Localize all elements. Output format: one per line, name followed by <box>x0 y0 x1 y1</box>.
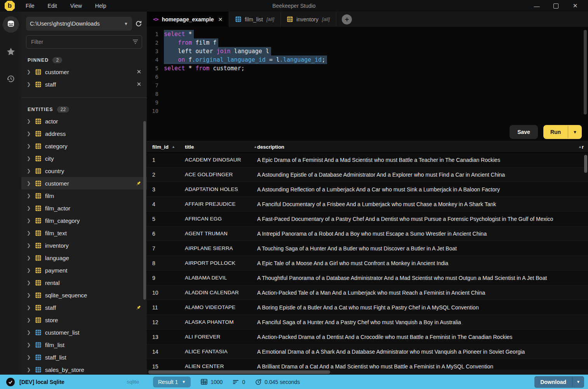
chevron-right-icon[interactable]: ❯ <box>27 205 33 211</box>
chevron-right-icon[interactable]: ❯ <box>27 156 33 161</box>
table-row[interactable]: 6AGENT TRUMANA Intrepid Panorama of a Ro… <box>147 226 588 241</box>
menu-view[interactable]: View <box>70 3 82 9</box>
run-button[interactable]: Run ▼ <box>543 125 582 139</box>
filter-input[interactable] <box>26 35 142 49</box>
chevron-right-icon[interactable]: ❯ <box>27 218 33 223</box>
table-row[interactable]: 9ALABAMA DEVILA Thoughtful Panorama of a… <box>147 271 588 285</box>
sidebar-item-rental[interactable]: ❯rental <box>21 276 147 289</box>
tab-close-icon[interactable]: ✕ <box>218 16 223 23</box>
sidebar-item-payment[interactable]: ❯payment <box>21 264 147 276</box>
editor-scrollbar[interactable] <box>584 30 587 115</box>
result-selector[interactable]: Result 1 ▼ <box>153 377 191 387</box>
minimize-button[interactable]: — <box>533 3 540 9</box>
sidebar-item-category[interactable]: ❯category <box>21 140 147 152</box>
favorites-star-icon[interactable] <box>3 43 19 60</box>
menu-edit[interactable]: Edit <box>48 3 57 9</box>
table-row[interactable]: 3ADAPTATION HOLESA Astounding Reflection… <box>147 182 588 197</box>
sidebar-item-staff[interactable]: ❯staff <box>21 301 147 314</box>
connection-dropdown[interactable]: C:\Users\ghstng\Downloads ▼ <box>26 17 132 31</box>
chevron-right-icon[interactable]: ❯ <box>27 317 33 323</box>
chevron-right-icon[interactable]: ❯ <box>27 193 33 198</box>
sidebar-item-customer_list[interactable]: ❯customer_list <box>21 326 147 339</box>
chevron-right-icon[interactable]: ❯ <box>27 354 33 360</box>
sidebar-item-film_actor[interactable]: ❯film_actor <box>21 202 147 214</box>
chevron-right-icon[interactable]: ❯ <box>27 131 33 136</box>
unpin-close-icon[interactable]: ✕ <box>136 68 141 75</box>
tab-inventory[interactable]: inventory[all] <box>281 12 336 27</box>
sidebar-item-store[interactable]: ❯store <box>21 314 147 326</box>
download-caret-icon[interactable]: ▼ <box>572 377 584 387</box>
sidebar-item-sales_by_store[interactable]: ❯sales_by_store <box>21 363 147 375</box>
chevron-right-icon[interactable]: ❯ <box>27 330 33 335</box>
column-header-title[interactable]: title▲ <box>185 144 257 150</box>
table-row[interactable]: 10ALADDIN CALENDARA Action-Packed Tale o… <box>147 285 588 300</box>
save-button[interactable]: Save <box>510 125 538 139</box>
table-row[interactable]: 12ALASKA PHANTOMA Fanciful Saga of a Hun… <box>147 315 588 330</box>
sidebar-item-staff_list[interactable]: ❯staff_list <box>21 351 147 363</box>
menu-help[interactable]: Help <box>95 3 106 9</box>
sidebar-item-customer[interactable]: ❯customer <box>21 177 147 189</box>
column-header-description[interactable]: description▲ <box>257 144 582 150</box>
menu-file[interactable]: File <box>26 3 35 9</box>
sort-asc-icon[interactable]: ▲ <box>578 145 582 149</box>
chevron-right-icon[interactable]: ❯ <box>27 342 33 347</box>
sidebar-item-customer[interactable]: ❯customer✕ <box>21 66 147 78</box>
pin-icon[interactable] <box>136 181 141 186</box>
sidebar-item-actor[interactable]: ❯actor <box>21 115 147 127</box>
tab-homepage_example[interactable]: <>homepage_example✕ <box>147 12 229 27</box>
chevron-right-icon[interactable]: ❯ <box>27 305 33 310</box>
table-row[interactable]: 14ALICE FANTASIAA Emotional Drama of a A… <box>147 344 588 359</box>
chevron-right-icon[interactable]: ❯ <box>27 168 33 174</box>
table-row[interactable]: 5AFRICAN EGGA Fast-Paced Documentary of … <box>147 212 588 226</box>
sidebar-item-inventory[interactable]: ❯inventory <box>21 239 147 252</box>
sort-asc-icon[interactable]: ▲ <box>254 145 257 149</box>
new-tab-button[interactable]: + <box>342 14 352 24</box>
chevron-right-icon[interactable]: ❯ <box>27 143 33 149</box>
chevron-right-icon[interactable]: ❯ <box>27 292 33 298</box>
table-row[interactable]: 7AIRPLANE SIERRAA Touching Saga of a Hun… <box>147 241 588 256</box>
pin-icon[interactable] <box>136 305 141 311</box>
sidebar-item-country[interactable]: ❯country <box>21 165 147 177</box>
sidebar-item-film_text[interactable]: ❯film_text <box>21 227 147 239</box>
sidebar-item-city[interactable]: ❯city <box>21 152 147 165</box>
tab-film_list[interactable]: film_list[all] <box>229 12 281 27</box>
run-dropdown-caret-icon[interactable]: ▼ <box>568 126 582 138</box>
maximize-button[interactable]: □ <box>553 3 558 9</box>
database-icon[interactable] <box>3 16 19 33</box>
sidebar-item-film_category[interactable]: ❯film_category <box>21 214 147 227</box>
chevron-right-icon[interactable]: ❯ <box>27 255 33 260</box>
scrollbar-thumb[interactable] <box>148 370 330 374</box>
refresh-icon[interactable] <box>135 20 142 27</box>
table-row[interactable]: 11ALAMO VIDEOTAPEA Boring Epistle of a B… <box>147 300 588 315</box>
table-row[interactable]: 13ALI FOREVERA Action-Packed Drama of a … <box>147 330 588 344</box>
chevron-right-icon[interactable]: ❯ <box>27 230 33 236</box>
download-button[interactable]: Download ▼ <box>534 376 584 388</box>
sidebar-item-language[interactable]: ❯language <box>21 252 147 264</box>
history-icon[interactable] <box>3 71 19 87</box>
sidebar-item-film[interactable]: ❯film <box>21 189 147 202</box>
sql-editor[interactable]: 1select *2 from film f3 left outer join … <box>147 27 588 123</box>
chevron-right-icon[interactable]: ❯ <box>27 280 33 285</box>
unpin-close-icon[interactable]: ✕ <box>136 81 141 88</box>
results-vertical-scrollbar[interactable] <box>584 155 587 173</box>
chevron-right-icon[interactable]: ❯ <box>27 243 33 248</box>
table-row[interactable]: 4AFFAIR PREJUDICEA Fanciful Documentary … <box>147 197 588 212</box>
sidebar-item-sqlite_sequence[interactable]: ❯sqlite_sequence <box>21 289 147 301</box>
table-row[interactable]: 8AIRPORT POLLOCKA Epic Tale of a Moose A… <box>147 256 588 271</box>
table-row[interactable]: 1ACADEMY DINOSAURA Epic Drama of a Femin… <box>147 153 588 167</box>
sort-asc-icon[interactable]: ▲ <box>172 145 175 149</box>
sidebar-item-film_list[interactable]: ❯film_list <box>21 339 147 351</box>
close-button[interactable]: ✕ <box>572 2 579 9</box>
table-row[interactable]: 2ACE GOLDFINGERA Astounding Epistle of a… <box>147 167 588 182</box>
sidebar-scrollbar[interactable] <box>143 121 146 300</box>
chevron-right-icon[interactable]: ❯ <box>27 69 33 75</box>
chevron-right-icon[interactable]: ❯ <box>27 267 33 273</box>
sidebar-item-address[interactable]: ❯address <box>21 127 147 140</box>
chevron-right-icon[interactable]: ❯ <box>27 181 33 186</box>
chevron-right-icon[interactable]: ❯ <box>27 82 33 87</box>
sidebar-item-staff[interactable]: ❯staff✕ <box>21 78 147 90</box>
chevron-right-icon[interactable]: ❯ <box>27 367 33 372</box>
chevron-right-icon[interactable]: ❯ <box>27 118 33 124</box>
column-header-film_id[interactable]: film_id▲ <box>152 144 185 150</box>
results-horizontal-scrollbar[interactable] <box>147 370 588 375</box>
